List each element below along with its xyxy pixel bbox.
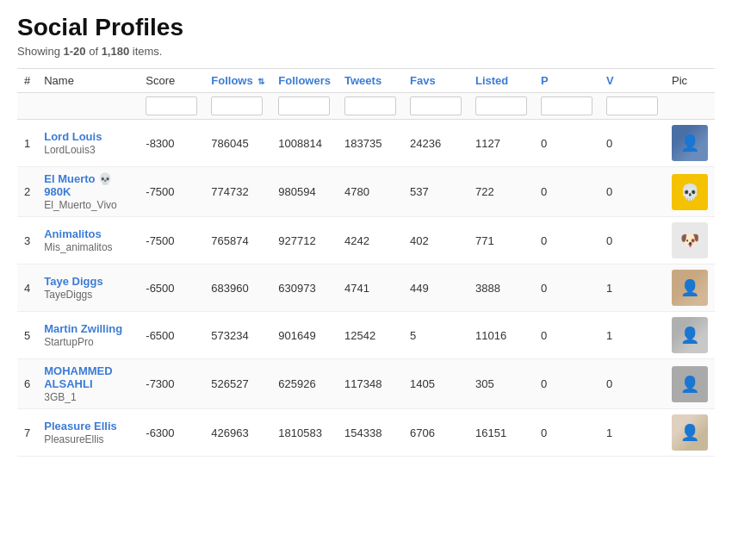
cell-tweets: 4780 xyxy=(338,167,403,217)
col-v[interactable]: V xyxy=(599,69,665,93)
cell-tweets: 4741 xyxy=(338,264,403,312)
avatar: 💀 xyxy=(672,174,708,210)
cell-v: 1 xyxy=(599,409,665,457)
cell-name: El Muerto 💀 980K El_Muerto_Vivo xyxy=(37,167,139,217)
cell-pic: 👤 xyxy=(665,264,715,312)
table-row: 6 MOHAMMED ALSAHLI 3GB_1 -73005265276259… xyxy=(17,359,715,409)
cell-name: Lord Louis LordLouis3 xyxy=(37,120,139,167)
cell-num: 2 xyxy=(17,167,37,217)
cell-score: -7300 xyxy=(139,359,204,409)
cell-v: 0 xyxy=(599,120,665,167)
cell-pic: 👤 xyxy=(665,120,715,167)
cell-num: 6 xyxy=(17,359,37,409)
profile-handle: TayeDiggs xyxy=(44,289,92,301)
col-tweets[interactable]: Tweets xyxy=(338,69,403,93)
table-row: 7 Pleasure Ellis PleasureEllis -63004269… xyxy=(17,409,715,457)
cell-p: 0 xyxy=(534,120,599,167)
cell-followers: 625926 xyxy=(271,359,338,409)
cell-followers: 630973 xyxy=(271,264,338,312)
col-listed[interactable]: Listed xyxy=(468,69,534,93)
filter-followers[interactable] xyxy=(278,96,330,115)
cell-score: -8300 xyxy=(139,120,204,167)
filter-v[interactable] xyxy=(606,96,658,115)
table-row: 3 Animalitos Mis_animalitos -75007658749… xyxy=(17,217,715,264)
profile-name-link[interactable]: Pleasure Ellis xyxy=(44,420,132,432)
filter-follows[interactable] xyxy=(211,96,263,115)
social-profiles-table: # Name Score Follows ⇅ Followers Tweets … xyxy=(17,68,715,457)
filter-favs[interactable] xyxy=(410,96,462,115)
cell-v: 0 xyxy=(599,359,665,409)
cell-v: 1 xyxy=(599,312,665,359)
table-row: 4 Taye Diggs TayeDiggs -6500683960630973… xyxy=(17,264,715,312)
col-pic: Pic xyxy=(665,69,715,93)
cell-listed: 16151 xyxy=(468,409,534,457)
subtitle: Showing 1-20 of 1,180 items. xyxy=(17,45,715,58)
col-followers[interactable]: Followers xyxy=(271,69,338,93)
cell-pic: 👤 xyxy=(665,409,715,457)
col-score: Score xyxy=(139,69,204,93)
col-name: Name xyxy=(37,69,139,93)
cell-followers: 980594 xyxy=(271,167,338,217)
avatar: 👤 xyxy=(672,366,708,402)
cell-name: Pleasure Ellis PleasureEllis xyxy=(37,409,139,457)
profile-name-link[interactable]: Animalitos xyxy=(44,227,132,240)
cell-listed: 305 xyxy=(468,359,534,409)
cell-followers: 1008814 xyxy=(271,120,338,167)
cell-p: 0 xyxy=(534,217,599,264)
cell-follows: 683960 xyxy=(204,264,271,312)
profile-name-link[interactable]: Martin Zwilling xyxy=(44,322,132,335)
profile-handle: Mis_animalitos xyxy=(44,241,112,253)
profile-name-link[interactable]: MOHAMMED ALSAHLI xyxy=(44,364,132,390)
col-p[interactable]: P xyxy=(534,69,599,93)
profile-name-link[interactable]: Lord Louis xyxy=(44,130,132,143)
avatar: 👤 xyxy=(672,125,708,161)
filter-listed[interactable] xyxy=(475,96,527,115)
cell-follows: 786045 xyxy=(204,120,271,167)
cell-listed: 3888 xyxy=(468,264,534,312)
cell-favs: 6706 xyxy=(403,409,468,457)
cell-name: Taye Diggs TayeDiggs xyxy=(37,264,139,312)
col-favs[interactable]: Favs xyxy=(403,69,468,93)
cell-num: 3 xyxy=(17,217,37,264)
avatar: 🐶 xyxy=(672,222,708,258)
profile-handle: PleasureEllis xyxy=(44,433,103,445)
col-follows[interactable]: Follows ⇅ xyxy=(204,69,271,93)
cell-favs: 537 xyxy=(403,167,468,217)
profile-name-link[interactable]: El Muerto 💀 980K xyxy=(44,172,132,198)
filter-tweets[interactable] xyxy=(344,96,396,115)
cell-name: MOHAMMED ALSAHLI 3GB_1 xyxy=(37,359,139,409)
cell-v: 1 xyxy=(599,264,665,312)
cell-followers: 1810583 xyxy=(271,409,338,457)
cell-score: -7500 xyxy=(139,167,204,217)
profile-name-link[interactable]: Taye Diggs xyxy=(44,275,132,288)
cell-follows: 774732 xyxy=(204,167,271,217)
filter-p[interactable] xyxy=(541,96,592,115)
filter-score[interactable] xyxy=(146,96,197,115)
profile-handle: El_Muerto_Vivo xyxy=(44,199,117,211)
cell-favs: 402 xyxy=(403,217,468,264)
avatar: 👤 xyxy=(672,414,708,451)
cell-name: Martin Zwilling StartupPro xyxy=(37,312,139,359)
cell-listed: 1127 xyxy=(468,120,534,167)
cell-follows: 573234 xyxy=(204,312,271,359)
cell-pic: 👤 xyxy=(665,359,715,409)
cell-num: 5 xyxy=(17,312,37,359)
cell-pic: 💀 xyxy=(665,167,715,217)
avatar: 👤 xyxy=(672,317,708,353)
cell-num: 7 xyxy=(17,409,37,457)
cell-favs: 1405 xyxy=(403,359,468,409)
cell-p: 0 xyxy=(534,264,599,312)
cell-listed: 771 xyxy=(468,217,534,264)
cell-pic: 👤 xyxy=(665,312,715,359)
cell-tweets: 4242 xyxy=(338,217,403,264)
cell-p: 0 xyxy=(534,312,599,359)
cell-tweets: 117348 xyxy=(338,359,403,409)
cell-favs: 449 xyxy=(403,264,468,312)
cell-v: 0 xyxy=(599,217,665,264)
cell-follows: 426963 xyxy=(204,409,271,457)
cell-name: Animalitos Mis_animalitos xyxy=(37,217,139,264)
sort-icon: ⇅ xyxy=(257,77,264,86)
cell-p: 0 xyxy=(534,409,599,457)
avatar: 👤 xyxy=(672,270,708,306)
cell-listed: 11016 xyxy=(468,312,534,359)
